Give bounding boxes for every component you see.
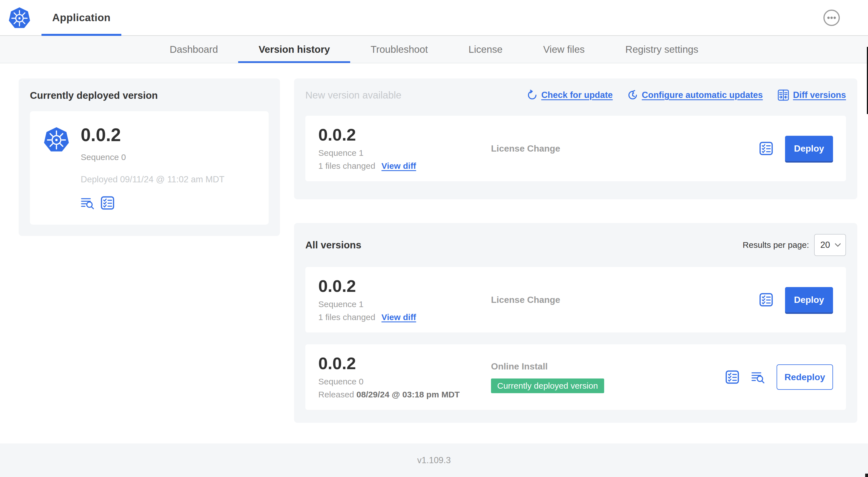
configure-automatic-updates-label: Configure automatic updates — [642, 90, 763, 100]
overflow-menu-button[interactable] — [823, 9, 840, 27]
version-row-sequence-0: 0.0.2 Sequence 0 Released 08/29/24 @ 03:… — [305, 344, 846, 410]
version-row-actions: Deploy — [759, 287, 833, 312]
all-versions-header: All versions Results per page: 20 — [305, 234, 846, 256]
currently-deployed-badge: Currently deployed version — [491, 379, 604, 393]
deployed-version-info: 0.0.2 Sequence 0 Deployed 09/11/24 @ 11:… — [81, 126, 224, 210]
version-sequence: Sequence 0 — [318, 377, 491, 386]
app-header: Application — [0, 0, 868, 36]
new-version-title: New version available — [305, 89, 401, 101]
preflight-checks-icon — [725, 370, 739, 384]
version-source-label: Online Install — [491, 361, 725, 372]
view-logs-icon — [751, 370, 765, 384]
screen-edge-artifact — [867, 47, 868, 114]
deployed-timestamp: Deployed 09/11/24 @ 11:02 am MDT — [81, 174, 224, 185]
version-sequence: Sequence 1 — [318, 299, 491, 309]
preflight-checks-icon — [759, 293, 773, 307]
version-row-info: 0.0.2 Sequence 0 Released 08/29/24 @ 03:… — [318, 355, 491, 399]
view-logs-icon — [81, 196, 94, 210]
version-row-sequence-1: 0.0.2 Sequence 1 1 files changed View di… — [305, 267, 846, 332]
results-per-page: Results per page: 20 — [743, 234, 846, 256]
tab-dashboard[interactable]: Dashboard — [149, 36, 238, 63]
released-timestamp: Released 08/29/24 @ 03:18 pm MDT — [318, 390, 491, 399]
new-version-card: New version available Check for update — [294, 79, 857, 199]
view-diff-link[interactable]: View diff — [381, 312, 416, 322]
check-for-update-label: Check for update — [541, 90, 613, 100]
ellipsis-circle-icon — [823, 9, 840, 27]
deploy-button[interactable]: Deploy — [785, 136, 833, 161]
released-prefix: Released — [318, 390, 354, 399]
version-source-label: License Change — [491, 143, 759, 154]
kubernetes-logo-icon — [8, 6, 31, 29]
app-footer: v1.109.3 — [0, 443, 868, 477]
results-per-page-value: 20 — [820, 240, 830, 250]
deployed-version-number: 0.0.2 — [81, 126, 224, 144]
tab-registry-settings[interactable]: Registry settings — [605, 36, 719, 63]
screen-edge-artifact — [865, 474, 868, 477]
preflight-checks-icon — [759, 141, 773, 155]
refresh-icon — [527, 90, 537, 100]
results-per-page-select[interactable]: 20 — [814, 234, 846, 256]
tab-version-history[interactable]: Version history — [238, 36, 350, 63]
version-history-column: New version available Check for update — [294, 79, 857, 423]
version-number: 0.0.2 — [318, 126, 491, 143]
deployed-sequence: Sequence 0 — [81, 152, 224, 162]
console-version: v1.109.3 — [417, 455, 451, 466]
redeploy-button[interactable]: Redeploy — [777, 364, 833, 390]
version-number: 0.0.2 — [318, 278, 491, 295]
preflight-checks-button[interactable] — [725, 370, 739, 384]
version-row-info: 0.0.2 Sequence 1 1 files changed View di… — [318, 126, 491, 171]
version-row-source: License Change — [491, 143, 759, 154]
deploy-button[interactable]: Deploy — [785, 287, 833, 312]
tab-troubleshoot[interactable]: Troubleshoot — [350, 36, 448, 63]
view-diff-link[interactable]: View diff — [381, 161, 416, 171]
app-nav: Dashboard Version history Troubleshoot L… — [0, 36, 868, 63]
app-tab[interactable]: Application — [41, 0, 121, 35]
files-changed-text: 1 files changed — [318, 161, 375, 171]
version-number: 0.0.2 — [318, 355, 491, 372]
preflight-checks-button[interactable] — [100, 196, 115, 210]
preflight-checks-icon — [100, 196, 115, 210]
app-title: Application — [52, 12, 111, 24]
version-row-info: 0.0.2 Sequence 1 1 files changed View di… — [318, 278, 491, 322]
version-row-actions: Redeploy — [725, 364, 833, 390]
results-per-page-label: Results per page: — [743, 240, 809, 250]
view-logs-button[interactable] — [751, 370, 765, 384]
check-for-update-link[interactable]: Check for update — [527, 90, 613, 100]
version-row-source: Online Install Currently deployed versio… — [491, 361, 725, 393]
chevron-down-icon — [835, 243, 841, 247]
new-version-header: New version available Check for update — [305, 89, 846, 101]
kubernetes-logo-icon — [43, 126, 70, 153]
version-source-label: License Change — [491, 295, 759, 305]
new-version-row: 0.0.2 Sequence 1 1 files changed View di… — [305, 116, 846, 181]
deployed-actions — [81, 196, 224, 210]
all-versions-title: All versions — [305, 239, 361, 251]
version-row-source: License Change — [491, 295, 759, 305]
currently-deployed-card: Currently deployed version 0.0. — [19, 79, 280, 236]
released-date: 08/29/24 @ 03:18 pm MDT — [356, 390, 460, 399]
tab-view-files[interactable]: View files — [523, 36, 605, 63]
preflight-checks-button[interactable] — [759, 293, 773, 307]
files-changed-text: 1 files changed — [318, 312, 375, 322]
diff-versions-link[interactable]: Diff versions — [777, 89, 846, 101]
version-row-actions: Deploy — [759, 136, 833, 161]
files-changed-line: 1 files changed View diff — [318, 161, 491, 171]
main-content: Currently deployed version 0.0. — [0, 63, 868, 437]
version-sequence: Sequence 1 — [318, 148, 491, 158]
all-versions-card: All versions Results per page: 20 0.0.2 — [294, 223, 857, 423]
currently-deployed-version-card: 0.0.2 Sequence 0 Deployed 09/11/24 @ 11:… — [30, 111, 269, 225]
auto-update-schedule-icon — [627, 90, 638, 100]
configure-automatic-updates-link[interactable]: Configure automatic updates — [627, 90, 763, 100]
all-versions-list: 0.0.2 Sequence 1 1 files changed View di… — [305, 267, 846, 410]
diff-versions-icon — [777, 89, 789, 101]
diff-versions-label: Diff versions — [793, 90, 846, 100]
view-logs-button[interactable] — [81, 196, 94, 210]
preflight-checks-button[interactable] — [759, 141, 773, 155]
currently-deployed-title: Currently deployed version — [30, 90, 269, 101]
tab-license[interactable]: License — [448, 36, 523, 63]
update-actions: Check for update Configure automatic upd… — [527, 89, 846, 101]
files-changed-line: 1 files changed View diff — [318, 312, 491, 322]
